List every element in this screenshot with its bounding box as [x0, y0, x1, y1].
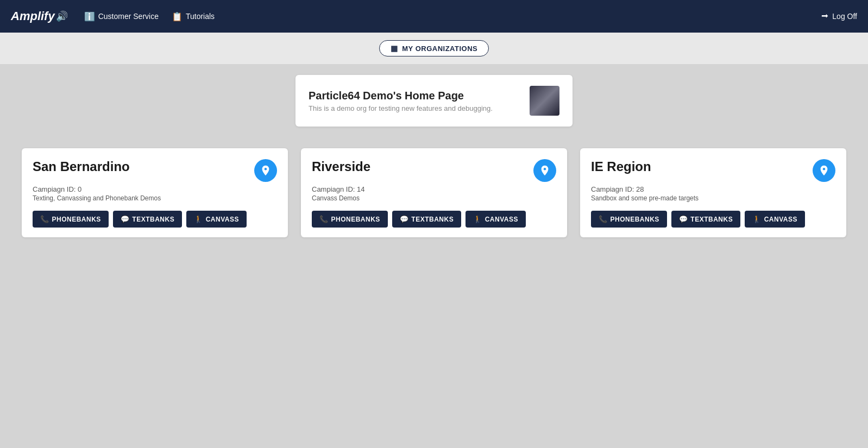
- campaign-actions: 📞 PHONEBANKS 💬 TEXTBANKS 🚶 CANVASS: [33, 211, 277, 228]
- campaign-card-header: Riverside: [312, 159, 556, 182]
- brand-text: Amplify: [11, 9, 55, 23]
- tutorials-label: Tutorials: [186, 12, 215, 21]
- campaigns-grid: San Bernardino Campiagn ID: 0 Texting, C…: [16, 148, 852, 237]
- campaign-id: Campiagn ID: 28: [591, 185, 835, 193]
- phone-icon: 📞: [599, 215, 608, 223]
- sound-icon: 🔊: [56, 10, 68, 22]
- textbanks-button[interactable]: 💬 TEXTBANKS: [671, 211, 740, 228]
- phonebanks-button[interactable]: 📞 PHONEBANKS: [33, 211, 109, 228]
- campaign-id: Campiagn ID: 0: [33, 185, 277, 193]
- org-home-info: Particle64 Demo's Home Page This is a de…: [309, 90, 493, 112]
- campaign-name: IE Region: [591, 159, 651, 174]
- brand-logo[interactable]: Amplify🔊: [11, 9, 68, 23]
- phone-icon: 📞: [40, 215, 49, 223]
- logoff-icon: ⮕: [821, 12, 829, 21]
- chat-icon: 💬: [400, 215, 409, 223]
- campaign-id: Campiagn ID: 14: [312, 185, 556, 193]
- campaign-icon: [813, 159, 835, 182]
- my-organizations-label: MY ORGANIZATIONS: [402, 45, 477, 53]
- info-icon: ℹ️: [84, 11, 95, 22]
- canvass-button[interactable]: 🚶 CANVASS: [745, 211, 805, 228]
- campaign-name: Riverside: [312, 159, 370, 174]
- campaign-card: Riverside Campiagn ID: 14 Canvass Demos …: [301, 148, 567, 237]
- canvass-button[interactable]: 🚶 CANVASS: [466, 211, 526, 228]
- canvass-label: CANVASS: [485, 216, 518, 223]
- canvass-label: CANVASS: [206, 216, 239, 223]
- phonebanks-label: PHONEBANKS: [52, 216, 101, 223]
- campaign-description: Texting, Canvassing and Phonebank Demos: [33, 194, 277, 202]
- campaign-name: San Bernardino: [33, 159, 130, 174]
- phonebanks-label: PHONEBANKS: [611, 216, 659, 223]
- chat-icon: 💬: [121, 215, 130, 223]
- navbar-links: ℹ️ Customer Service 📋 Tutorials: [84, 11, 822, 22]
- campaign-actions: 📞 PHONEBANKS 💬 TEXTBANKS 🚶 CANVASS: [591, 211, 835, 228]
- customer-service-label: Customer Service: [98, 12, 159, 21]
- phonebanks-button[interactable]: 📞 PHONEBANKS: [312, 211, 388, 228]
- customer-service-link[interactable]: ℹ️ Customer Service: [84, 11, 159, 22]
- campaign-card-header: IE Region: [591, 159, 835, 182]
- campaign-card: San Bernardino Campiagn ID: 0 Texting, C…: [22, 148, 288, 237]
- phonebanks-label: PHONEBANKS: [331, 216, 380, 223]
- phone-icon: 📞: [319, 215, 329, 223]
- campaign-icon: [254, 159, 277, 182]
- textbanks-label: TEXTBANKS: [690, 216, 733, 223]
- phonebanks-button[interactable]: 📞 PHONEBANKS: [591, 211, 667, 228]
- grid-icon: ▦: [391, 44, 398, 53]
- textbanks-label: TEXTBANKS: [411, 216, 454, 223]
- campaign-icon: [533, 159, 556, 182]
- textbanks-label: TEXTBANKS: [132, 216, 174, 223]
- org-home-card[interactable]: Particle64 Demo's Home Page This is a de…: [295, 75, 573, 127]
- org-home-subtitle: This is a demo org for testing new featu…: [309, 104, 493, 112]
- campaign-description: Sandbox and some pre-made targets: [591, 194, 835, 202]
- campaign-actions: 📞 PHONEBANKS 💬 TEXTBANKS 🚶 CANVASS: [312, 211, 556, 228]
- org-home-title: Particle64 Demo's Home Page: [309, 90, 493, 102]
- org-home-thumbnail: [530, 86, 559, 116]
- campaign-description: Canvass Demos: [312, 194, 556, 202]
- logoff-label: Log Off: [832, 12, 857, 21]
- tutorials-icon: 📋: [172, 11, 183, 22]
- top-bar: ▦ MY ORGANIZATIONS: [0, 33, 868, 64]
- walk-icon: 🚶: [752, 215, 762, 223]
- canvass-label: CANVASS: [764, 216, 797, 223]
- logoff-button[interactable]: ⮕ Log Off: [821, 12, 857, 21]
- textbanks-button[interactable]: 💬 TEXTBANKS: [113, 211, 182, 228]
- walk-icon: 🚶: [473, 215, 482, 223]
- campaign-card-header: San Bernardino: [33, 159, 277, 182]
- navbar: Amplify🔊 ℹ️ Customer Service 📋 Tutorials…: [0, 0, 868, 33]
- campaign-card: IE Region Campiagn ID: 28 Sandbox and so…: [580, 148, 846, 237]
- textbanks-button[interactable]: 💬 TEXTBANKS: [392, 211, 461, 228]
- chat-icon: 💬: [679, 215, 688, 223]
- canvass-button[interactable]: 🚶 CANVASS: [186, 211, 247, 228]
- main-content: Particle64 Demo's Home Page This is a de…: [0, 64, 868, 259]
- my-organizations-button[interactable]: ▦ MY ORGANIZATIONS: [379, 40, 489, 56]
- tutorials-link[interactable]: 📋 Tutorials: [172, 11, 215, 22]
- walk-icon: 🚶: [194, 215, 203, 223]
